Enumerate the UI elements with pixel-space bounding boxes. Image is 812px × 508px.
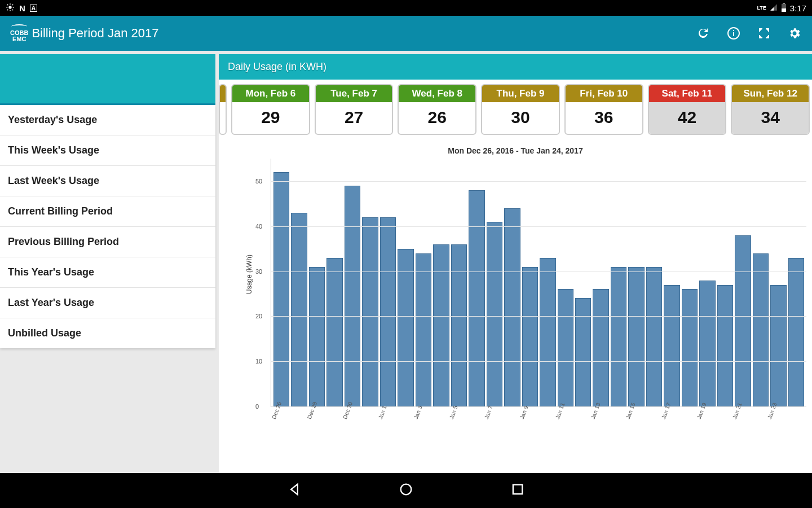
day-card-0[interactable]: Mon, Feb 629 — [231, 84, 310, 135]
day-card-label: Thu, Feb 9 — [482, 85, 559, 102]
bar-0[interactable] — [273, 172, 289, 406]
bar-25[interactable] — [717, 285, 733, 407]
bar-21[interactable] — [646, 267, 662, 406]
signal-icon — [770, 3, 778, 13]
day-card-label: Wed, Feb 8 — [399, 85, 475, 102]
back-button[interactable] — [286, 481, 302, 500]
day-card-4[interactable]: Fri, Feb 1036 — [564, 84, 643, 135]
ytick: 50 — [255, 178, 262, 185]
page-title: Billing Period Jan 2017 — [32, 26, 158, 41]
bar-19[interactable] — [611, 267, 626, 406]
panel-title: Daily Usage (in KWH) — [219, 54, 812, 80]
bar-3[interactable] — [326, 258, 342, 406]
svg-point-0 — [8, 6, 11, 8]
bar-10[interactable] — [451, 244, 467, 406]
sidebar-item-6[interactable]: Last Year's Usage — [0, 288, 215, 318]
svg-line-5 — [7, 4, 8, 5]
n-icon: N — [19, 3, 25, 13]
chart-wrap: Usage (kWh) 01020304050 Dec 26.Dec 28.De… — [253, 159, 806, 430]
svg-rect-16 — [513, 485, 522, 494]
bar-13[interactable] — [504, 208, 520, 406]
bar-16[interactable] — [558, 289, 573, 406]
bar-28[interactable] — [770, 285, 786, 407]
day-card-value: 42 — [649, 102, 726, 134]
sidebar-item-0[interactable]: Yesterday's Usage — [0, 105, 215, 135]
sidebar-item-2[interactable]: Last Week's Usage — [0, 166, 215, 196]
svg-line-6 — [12, 9, 13, 10]
logo-bot: EMC — [10, 36, 28, 42]
svg-rect-13 — [733, 32, 734, 36]
ytick: 0 — [255, 403, 259, 410]
day-card-label: Sun, Feb 12 — [732, 85, 809, 102]
status-right: LTE 3:17 — [757, 3, 806, 14]
settings-button[interactable] — [787, 26, 802, 41]
home-button[interactable] — [398, 481, 414, 500]
bar-4[interactable] — [345, 186, 360, 406]
sidebar-item-4[interactable]: Previous Billing Period — [0, 227, 215, 257]
bar-7[interactable] — [398, 249, 413, 406]
bar-15[interactable] — [540, 258, 555, 406]
bar-17[interactable] — [575, 298, 591, 406]
chart-ylabel: Usage (kWh) — [245, 255, 253, 294]
bar-6[interactable] — [380, 217, 396, 406]
day-card-value: 30 — [482, 102, 559, 134]
app-bar: COBB EMC Billing Period Jan 2017 — [0, 16, 812, 51]
bar-22[interactable] — [664, 285, 679, 407]
info-button[interactable] — [726, 26, 741, 41]
day-card-value: 29 — [232, 102, 309, 134]
bar-5[interactable] — [362, 217, 378, 406]
day-card-5[interactable]: Sat, Feb 1142 — [648, 84, 727, 135]
sidebar-list: Yesterday's UsageThis Week's UsageLast W… — [0, 105, 215, 348]
ytick: 20 — [255, 313, 262, 319]
svg-line-7 — [7, 9, 8, 10]
fullscreen-button[interactable] — [757, 26, 771, 41]
prev-card-edge[interactable] — [219, 84, 227, 135]
recents-button[interactable] — [510, 481, 526, 500]
refresh-button[interactable] — [696, 26, 710, 41]
bar-11[interactable] — [469, 190, 484, 406]
bar-1[interactable] — [291, 213, 307, 406]
bar-29[interactable] — [788, 258, 804, 406]
gridline — [271, 316, 806, 317]
bar-9[interactable] — [433, 244, 449, 406]
gridline — [271, 361, 806, 362]
status-left: N A — [6, 3, 37, 14]
day-card-value: 26 — [399, 102, 475, 134]
gridline — [271, 271, 806, 272]
android-nav-bar — [0, 473, 812, 508]
bar-26[interactable] — [735, 235, 751, 406]
day-cards-row[interactable]: Mon, Feb 629Tue, Feb 727Wed, Feb 826Thu,… — [219, 80, 812, 141]
clock-text: 3:17 — [790, 3, 806, 13]
chart-xticks: Dec 26.Dec 28.Dec 30.Jan 1.Jan 3.Jan 5.J… — [273, 411, 804, 432]
bar-23[interactable] — [682, 289, 698, 406]
day-card-value: 27 — [316, 102, 392, 134]
day-card-1[interactable]: Tue, Feb 727 — [315, 84, 394, 135]
bar-14[interactable] — [522, 267, 538, 406]
chart-plot[interactable]: 01020304050 — [271, 159, 806, 407]
bar-20[interactable] — [628, 267, 644, 406]
bar-12[interactable] — [487, 222, 502, 406]
day-card-3[interactable]: Thu, Feb 930 — [481, 84, 560, 135]
day-card-label: Tue, Feb 7 — [316, 85, 392, 102]
bar-27[interactable] — [753, 253, 769, 406]
day-card-label: Sat, Feb 11 — [649, 85, 726, 102]
bar-8[interactable] — [416, 253, 431, 406]
day-card-6[interactable]: Sun, Feb 1234 — [731, 84, 810, 135]
day-card-label: Fri, Feb 10 — [566, 85, 642, 102]
svg-rect-14 — [733, 30, 734, 31]
day-card-value: 34 — [732, 102, 809, 134]
bar-2[interactable] — [309, 267, 325, 406]
sidebar-item-1[interactable]: This Week's Usage — [0, 135, 215, 166]
sidebar-item-7[interactable]: Unbilled Usage — [0, 318, 215, 348]
ytick: 10 — [255, 358, 262, 365]
svg-rect-9 — [783, 3, 785, 4]
bar-24[interactable] — [699, 281, 715, 406]
day-card-2[interactable]: Wed, Feb 826 — [398, 84, 476, 135]
sidebar-item-3[interactable]: Current Billing Period — [0, 196, 215, 227]
ytick: 40 — [255, 223, 262, 230]
gridline — [271, 181, 806, 182]
sidebar-item-5[interactable]: This Year's Usage — [0, 257, 215, 288]
bar-18[interactable] — [593, 289, 608, 406]
chart-bars — [273, 159, 804, 406]
cobb-emc-logo: COBB EMC — [10, 24, 28, 42]
